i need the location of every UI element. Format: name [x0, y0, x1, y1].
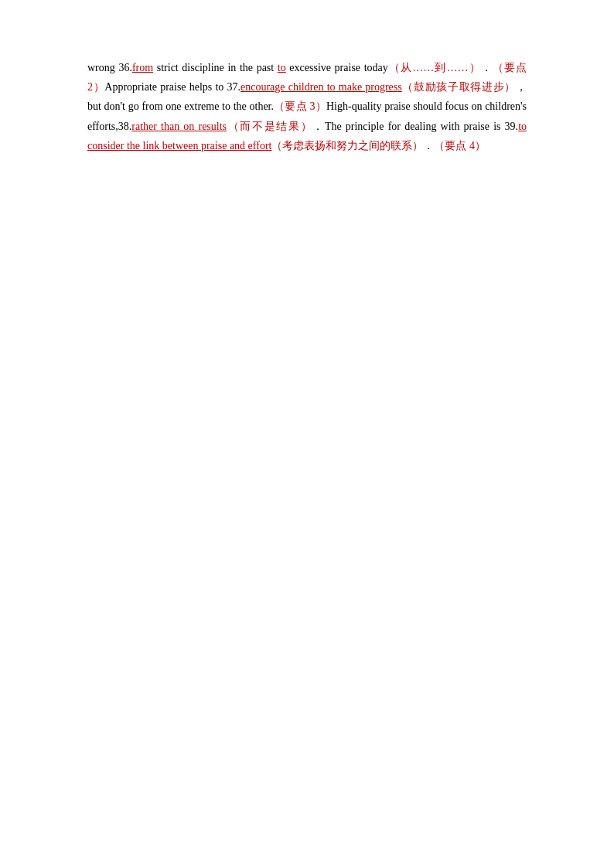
chinese-translation-2: （鼓励孩子取得进步）	[402, 81, 516, 93]
blank-38: rather than on results	[131, 121, 227, 132]
blank-37: encourage children to make progress	[240, 81, 402, 93]
page: wrong 36.from strict discipline in the p…	[0, 0, 614, 868]
chinese-translation-3: （而不是结果）	[227, 121, 312, 132]
blank-36: from	[132, 62, 153, 73]
key-point-3: （要点 3）	[274, 100, 326, 112]
main-paragraph: wrong 36.from strict discipline in the p…	[87, 58, 527, 155]
word-to: to	[278, 62, 286, 73]
chinese-translation-1: （从……到……）	[388, 62, 481, 73]
key-point-4: （要点 4）	[434, 140, 486, 151]
chinese-translation-4: （考虑表扬和努力之间的联系）	[271, 140, 423, 151]
